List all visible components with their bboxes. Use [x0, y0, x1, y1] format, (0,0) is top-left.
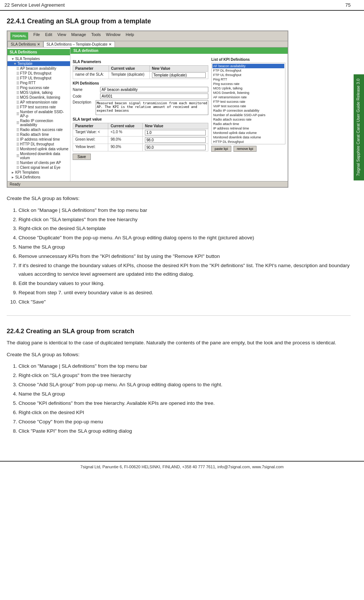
- kpi-list-header: List of KPI Definitions: [211, 58, 285, 62]
- tree-leaf-icon: ☰: [16, 67, 19, 71]
- yellow-level-input[interactable]: [145, 145, 206, 150]
- tab-template-duplicate[interactable]: SLA Definitions – Template-Duplicate ✕: [43, 41, 115, 47]
- tree-item-mos-uplink[interactable]: ☰ MOS Uplink, talking: [7, 90, 70, 95]
- kpi-list-item[interactable]: IP address retrieval time: [212, 126, 284, 131]
- menu-window[interactable]: Window: [106, 32, 120, 40]
- kpi-list-item[interactable]: Monitored downlink data volume: [212, 135, 284, 140]
- tab-sla-definitions[interactable]: SLA Definitions ✕: [7, 41, 43, 47]
- tree-item-client-signal[interactable]: ☰ Client signal level at Eye: [7, 165, 70, 170]
- tree-leaf-icon: ☰: [16, 154, 19, 158]
- app-screenshot: 7SIGNAL File Edit View Manage Tools Wind…: [7, 30, 288, 188]
- kpi-list-item[interactable]: Number of available SSID-AP-pairs: [212, 113, 284, 117]
- page-footer: 7signal Ltd, Panuntie 6, FI-00620 HELSIN…: [0, 461, 364, 472]
- kpi-name-input[interactable]: [100, 87, 208, 92]
- list-item: Choose "KPI definitions" from the tree h…: [19, 399, 351, 408]
- menu-tools[interactable]: Tools: [91, 32, 101, 40]
- tree-leaf-icon: ☰: [16, 128, 19, 132]
- kpi-list-item[interactable]: HTTP DL throughput: [212, 140, 284, 144]
- tree-item-kpi-templates[interactable]: ► KPI Templates: [7, 170, 70, 175]
- tree-item-uplink-vol[interactable]: ☰ Monitored uplink data volume: [7, 147, 70, 151]
- def-left: SLA Parameters Parameter Current value N…: [73, 58, 208, 160]
- menu-file[interactable]: File: [33, 32, 40, 40]
- main-content: 22.4.1 Creating an SLA group from a temp…: [0, 11, 364, 446]
- menu-view[interactable]: View: [57, 32, 66, 40]
- instructions1-list: Click on "Manage | SLA definitions" from…: [19, 206, 351, 306]
- tree-item-radio-attach-rate[interactable]: ☰ Radio attach success rate: [7, 127, 70, 132]
- kpi-list-item[interactable]: FTP UL throughput: [212, 73, 284, 77]
- tree-item-radio-attach-time[interactable]: ☰ Radio attach time: [7, 132, 70, 137]
- kpi-list-item[interactable]: Radio IP connection availability: [212, 108, 284, 113]
- kpi-defs-label: KPI Definitions: [73, 81, 208, 85]
- kpi-list-item[interactable]: Radio attach success rate: [212, 117, 284, 122]
- app-window: 7SIGNAL File Edit View Manage Tools Wind…: [7, 31, 288, 187]
- tree-item-ftp-success[interactable]: ☰ FTP test success rate: [7, 105, 70, 109]
- tree-item-label: IP address retrieval time: [20, 137, 60, 141]
- tree-item-ping-rtt[interactable]: ☰ Ping RTT: [7, 81, 70, 85]
- kpi-list-item[interactable]: Ping success rate: [212, 82, 284, 86]
- tree-leaf-icon: ☰: [16, 121, 19, 125]
- kpi-list-item[interactable]: Ping RTT: [212, 77, 284, 82]
- tree-item-ssid-ap[interactable]: ☰ Number of available SSID-AP-p: [7, 109, 70, 118]
- list-item: Right-click on "SLA templates" from the …: [19, 216, 351, 224]
- tree-leaf-icon: ☰: [16, 138, 19, 141]
- menu-help[interactable]: Help: [126, 32, 134, 40]
- tree-item-downlink-vol[interactable]: ☰ Monitored downlink data volum: [7, 151, 70, 160]
- remove-kpi-button[interactable]: remove kpi: [234, 146, 257, 152]
- kpi-desc-input[interactable]: Measured beacon signal transmission from…: [96, 100, 208, 115]
- side-tab: 7signal Sapphire Carat Carat User Guide …: [354, 74, 364, 180]
- tree-item-ftp-ul[interactable]: ☰ FTP UL throughput: [7, 76, 70, 81]
- paste-kpi-button[interactable]: paste kpi: [211, 146, 231, 152]
- sla-target-label: SLA target value: [73, 117, 208, 121]
- tree-item-ping-success[interactable]: ☰ Ping success rate: [7, 85, 70, 90]
- menu-manage[interactable]: Manage: [71, 32, 86, 40]
- save-button[interactable]: Save: [73, 154, 91, 160]
- param-cell: Yellow level:: [73, 144, 108, 151]
- kpi-list-item[interactable]: VoIP test success rate: [212, 104, 284, 108]
- col-new-value: New Value: [149, 66, 208, 72]
- kpi-list: AF beacon availability FTP DL throughput…: [211, 63, 285, 144]
- page-number: 75: [345, 2, 351, 8]
- tree-item-radio-ip[interactable]: ☰ Radio IP connection availability: [7, 118, 70, 127]
- kpi-list-item[interactable]: Number of clients per AP: [212, 144, 284, 144]
- current-cell: 98.0%: [108, 137, 143, 144]
- kpi-code-row: Code: [73, 94, 208, 99]
- new-value-cell: [143, 137, 208, 144]
- kpi-code-input[interactable]: [100, 94, 208, 99]
- tree-item-sla-templates[interactable]: ▼ SLA Templates: [7, 56, 70, 61]
- kpi-list-item[interactable]: Monitored uplink data volume: [212, 131, 284, 135]
- kpi-list-item[interactable]: Radio attach time: [212, 122, 284, 126]
- tree-item-label: AP retransmission rate: [20, 100, 57, 104]
- target-value-input[interactable]: [145, 130, 206, 135]
- kpi-buttons: paste kpi remove kpi: [211, 146, 285, 152]
- kpi-list-item[interactable]: AF retransmission rate: [212, 95, 284, 99]
- tree-item-http-dl[interactable]: ☰ HTTP DL throughput: [7, 142, 70, 147]
- menu-edit[interactable]: Edit: [45, 32, 52, 40]
- tree-item-label: Number of clients per AP: [20, 161, 61, 165]
- kpi-list-item[interactable]: MOS Downlink, listening: [212, 91, 284, 95]
- tree-item-label: FTP test success rate: [20, 105, 56, 109]
- tree-item-label: FTP DL throughput: [20, 71, 52, 75]
- tree-expand-icon: ►: [11, 171, 14, 174]
- list-item: Click "Save": [19, 298, 351, 306]
- kpi-list-item[interactable]: MOS Uplink, talking: [212, 86, 284, 91]
- tree-item-ip-retrieval[interactable]: ☰ IP address retrieval time: [7, 137, 70, 142]
- green-level-input[interactable]: [145, 137, 206, 143]
- kpi-list-item[interactable]: AF beacon availability: [212, 64, 284, 68]
- list-item: Right-click on "SLA groups" from the tre…: [19, 371, 351, 380]
- tree-item-ftp-dl[interactable]: ☰ FTP DL throughput: [7, 71, 70, 76]
- col-current-value: Current value: [109, 66, 149, 72]
- tree-item-ap-retrans[interactable]: ☰ AP retransmission rate: [7, 100, 70, 105]
- tree-leaf-icon: ☰: [16, 76, 19, 80]
- kpi-list-item[interactable]: FTP test success rate: [212, 99, 284, 104]
- tree-item-mos-downlink[interactable]: ☰ MOS Downlink, listening: [7, 95, 70, 100]
- list-item: Right-click on the desired KPI: [19, 409, 351, 417]
- tree-item-template[interactable]: ▼ Template: [7, 61, 70, 66]
- tree-item-num-clients[interactable]: ☰ Number of clients per AP: [7, 160, 70, 165]
- sla-name-input[interactable]: [152, 72, 206, 78]
- kpi-fields: Name Code Description: [73, 87, 208, 115]
- tree-item-ap-beacon[interactable]: ☰ AP beacon availability: [7, 66, 70, 71]
- kpi-list-item[interactable]: FTP DL throughput: [212, 68, 284, 73]
- current-cell: 90.0%: [108, 144, 143, 151]
- tree-item-sla-defs[interactable]: ► SLA Definitions: [7, 175, 70, 180]
- list-item: Choose "Add SLA group" from pop-up menu.…: [19, 381, 351, 389]
